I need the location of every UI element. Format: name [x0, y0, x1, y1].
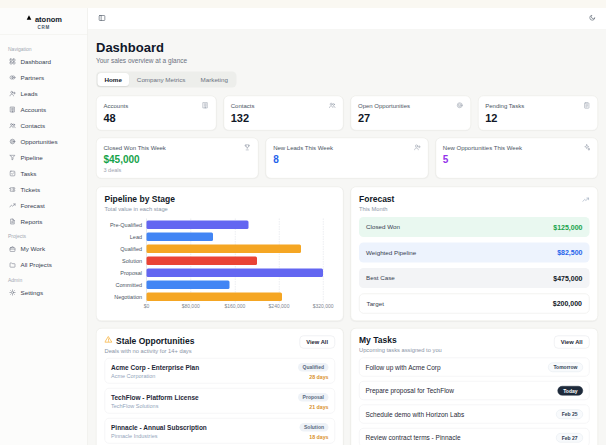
forecast-panel-title: Forecast	[359, 194, 394, 204]
sidebar-item-accounts[interactable]: Accounts	[5, 103, 83, 117]
gear-icon	[9, 289, 16, 296]
sidebar-item-all-projects[interactable]: All Projects	[5, 258, 83, 272]
chart-bar-qualified	[147, 244, 302, 253]
chart-bar-row	[147, 291, 333, 303]
forecast-row-label: Weighted Pipeline	[366, 249, 416, 256]
trend-icon	[9, 202, 16, 209]
deal-company: Pinnacle Industries	[111, 432, 207, 438]
sidebar-item-reports[interactable]: Reports	[5, 215, 83, 229]
task-due-badge: Today	[558, 386, 583, 396]
sidebar-item-label: Tickets	[21, 186, 41, 193]
partners-icon	[9, 74, 16, 81]
app-logo-icon	[25, 14, 32, 23]
panel-left-icon	[98, 14, 106, 22]
user-plus-icon	[9, 90, 16, 97]
task-name: Follow up with Acme Corp	[366, 363, 441, 371]
task-due-badge: Feb 27	[556, 433, 583, 443]
forecast-row-value: $475,000	[553, 274, 582, 282]
page-title: Dashboard	[96, 40, 598, 56]
stat-label: Contacts	[231, 102, 255, 109]
chart-bar-row	[147, 279, 333, 291]
sidebar-item-pipeline[interactable]: Pipeline	[5, 151, 83, 165]
sidebar-item-label: Accounts	[21, 106, 47, 113]
forecast-panel: Forecast This Month Closed Won$125,000We…	[351, 187, 599, 322]
stale-opportunity-item[interactable]: TechFlow - Platform LicenseTechFlow Solu…	[105, 388, 336, 414]
stat-subtext: 3 deals	[104, 167, 252, 173]
chart-category-label: Lead	[105, 231, 147, 243]
chart-category-label: Pre-Qualified	[105, 219, 147, 231]
task-name: Schedule demo with Horizon Labs	[366, 410, 465, 418]
task-item[interactable]: Prepare proposal for TechFlowToday	[359, 381, 590, 400]
my-tasks-panel: My Tasks Upcoming tasks assigned to you …	[351, 328, 599, 445]
app-logo[interactable]: atonom CRM	[0, 8, 88, 35]
users-icon	[9, 122, 16, 129]
tab-home[interactable]: Home	[98, 73, 129, 86]
sidebar-item-label: Contacts	[21, 122, 46, 129]
forecast-row-label: Closed Won	[366, 224, 400, 231]
sidebar-item-settings[interactable]: Settings	[5, 286, 83, 300]
stat-card-new-leads-this-week: New Leads This Week8	[266, 138, 429, 179]
stat-value: 5	[443, 154, 591, 166]
folder-icon	[9, 262, 16, 269]
sidebar-item-leads[interactable]: Leads	[5, 87, 83, 101]
sidebar-toggle-button[interactable]	[98, 14, 106, 24]
task-due-badge: Tomorrow	[548, 362, 583, 372]
sidebar-item-label: All Projects	[21, 262, 52, 269]
deal-company: TechFlow Solutions	[111, 402, 199, 408]
tasks-panel-title: My Tasks	[359, 336, 442, 346]
pipeline-bar-chart: Pre-QualifiedLeadQualifiedSolutionPropos…	[105, 219, 336, 312]
sidebar-item-my-work[interactable]: My Work	[5, 242, 83, 256]
stat-label: Pending Tasks	[485, 102, 524, 109]
task-item[interactable]: Schedule demo with Horizon LabsFeb 25	[359, 405, 590, 424]
tab-company-metrics[interactable]: Company Metrics	[130, 73, 193, 86]
chart-bar-row	[147, 267, 333, 279]
chart-x-tick-label: $320,000	[313, 304, 334, 310]
sidebar-item-label: Opportunities	[21, 138, 58, 145]
chart-category-label: Committed	[105, 279, 147, 291]
task-item[interactable]: Follow up with Acme CorpTomorrow	[359, 358, 590, 377]
stat-label: Accounts	[104, 102, 129, 109]
stale-opportunity-item[interactable]: Acme Corp - Enterprise PlanAcme Corporat…	[105, 358, 336, 384]
pipeline-panel-title: Pipeline by Stage	[105, 194, 175, 204]
stat-label: Open Opportunities	[358, 102, 410, 109]
view-all-stale-button[interactable]: View All	[299, 336, 335, 349]
stat-value: 132	[231, 112, 336, 125]
check-square-icon	[9, 170, 16, 177]
app-frame: atonom CRM NavigationDashboardPartnersLe…	[0, 8, 606, 445]
sidebar-item-label: Tasks	[21, 170, 37, 177]
target-icon	[9, 138, 16, 145]
sidebar-item-opportunities[interactable]: Opportunities	[5, 135, 83, 149]
trophy-icon	[244, 144, 252, 152]
sidebar-item-tickets[interactable]: Tickets	[5, 183, 83, 197]
sidebar-item-tasks[interactable]: Tasks	[5, 167, 83, 181]
sidebar-item-contacts[interactable]: Contacts	[5, 119, 83, 133]
app-window: atonom CRM NavigationDashboardPartnersLe…	[0, 0, 606, 445]
ticket-icon	[9, 186, 16, 193]
sidebar-item-dashboard[interactable]: Dashboard	[5, 55, 83, 69]
middle-panels-row: Pipeline by Stage Total value in each st…	[96, 187, 598, 322]
view-all-tasks-button[interactable]: View All	[554, 336, 590, 349]
stage-badge: Qualified	[298, 363, 328, 372]
task-item[interactable]: Review contract terms - PinnacleFeb 27	[359, 428, 590, 445]
sidebar: atonom CRM NavigationDashboardPartnersLe…	[0, 8, 88, 445]
chart-plot-area: $0$80,000$160,000$240,000$320,000	[147, 219, 336, 312]
forecast-row-label: Best Case	[366, 275, 395, 282]
deal-age: 28 days	[298, 374, 328, 380]
chart-bar-proposal	[147, 268, 324, 277]
theme-toggle-button[interactable]	[589, 14, 597, 24]
sidebar-item-partners[interactable]: Partners	[5, 71, 83, 85]
chart-x-tick-label: $80,000	[182, 304, 200, 310]
chart-category-axis: Pre-QualifiedLeadQualifiedSolutionPropos…	[105, 219, 147, 312]
stat-label: New Leads This Week	[273, 144, 333, 151]
stale-opportunity-item[interactable]: Pinnacle - Annual SubscriptionPinnacle I…	[105, 418, 336, 444]
dashboard-tabs: HomeCompany MetricsMarketing	[96, 72, 236, 88]
chart-x-tick-label: $160,000	[224, 304, 245, 310]
stat-card-accounts: Accounts48	[96, 96, 216, 131]
tab-marketing[interactable]: Marketing	[193, 73, 234, 86]
forecast-row-value: $200,000	[553, 300, 582, 308]
sidebar-item-forecast[interactable]: Forecast	[5, 199, 83, 213]
chart-bar-committed	[147, 280, 230, 289]
sidebar-item-label: My Work	[21, 246, 46, 253]
chart-category-label: Proposal	[105, 267, 147, 279]
stale-opportunities-list: Acme Corp - Enterprise PlanAcme Corporat…	[105, 358, 336, 445]
